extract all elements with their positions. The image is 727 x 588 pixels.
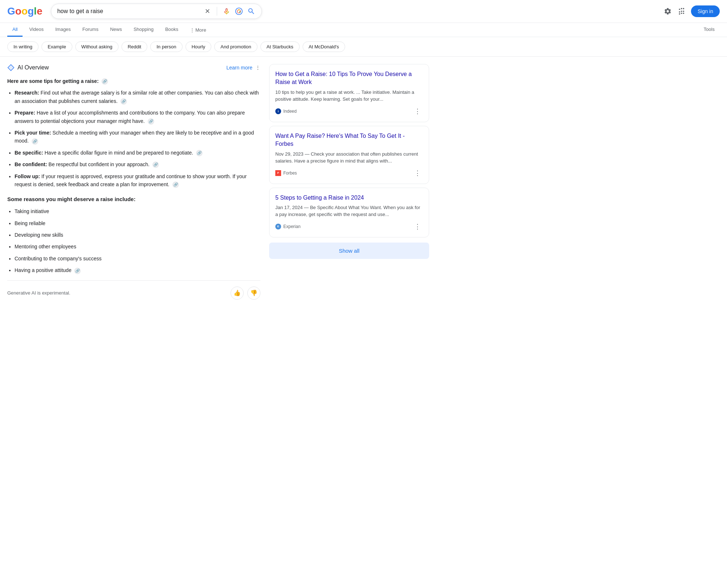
result-source-1: i Indeed ⋮: [275, 107, 423, 116]
apps-icon: [678, 7, 686, 15]
clear-icon: ✕: [205, 7, 210, 15]
result-menu-1[interactable]: ⋮: [412, 107, 423, 116]
reason-initiative: Taking initiative: [15, 207, 260, 215]
result-card-2: Want A Pay Raise? Here's What To Say To …: [269, 126, 429, 184]
more-label: More: [195, 27, 206, 33]
main-content: AI Overview Learn more ⋮ Here are some t…: [0, 57, 436, 305]
reason-attitude: Having a positive attitude 🔗: [15, 266, 260, 274]
link-icon-specific[interactable]: 🔗: [196, 150, 203, 156]
thumbs-down-icon: 👎: [250, 289, 257, 296]
tip-be-specific: Be specific: Have a specific dollar figu…: [15, 149, 260, 157]
tab-videos[interactable]: Videos: [24, 23, 49, 37]
link-icon-attitude[interactable]: 🔗: [74, 268, 81, 274]
chip-and-promotion[interactable]: And promotion: [214, 41, 257, 52]
result-title-3[interactable]: 5 Steps to Getting a Raise in 2024: [275, 194, 423, 202]
ai-diamond-icon: [7, 64, 15, 71]
result-title-1[interactable]: How to Get a Raise: 10 Tips To Prove You…: [275, 70, 423, 87]
search-icons: ✕: [203, 7, 256, 16]
sign-in-button[interactable]: Sign in: [691, 5, 720, 17]
more-dots-icon: ⋮: [255, 65, 260, 71]
search-input[interactable]: [57, 8, 199, 15]
thumbs-down-button[interactable]: 👎: [247, 287, 260, 300]
feedback-buttons: 👍 👎: [231, 287, 260, 300]
settings-button[interactable]: [663, 7, 672, 16]
result-snippet-2: Nov 29, 2023 — Check your association th…: [275, 151, 423, 165]
header: Google ✕: [0, 0, 727, 23]
link-icon-confident[interactable]: 🔗: [152, 161, 159, 168]
result-card-1: How to Get a Raise: 10 Tips To Prove You…: [269, 64, 429, 122]
ai-intro: Here are some tips for getting a raise: …: [7, 77, 260, 85]
reason-reliable: Being reliable: [15, 219, 260, 227]
ai-footer-text: Generative AI is experimental.: [7, 290, 70, 296]
tip-research: Research: Find out what the average sala…: [15, 89, 260, 105]
search-button[interactable]: [247, 7, 256, 16]
learn-more-text: Learn more: [226, 65, 252, 71]
result-snippet-3: Jan 17, 2024 — Be Specific About What Yo…: [275, 204, 423, 218]
tools-button[interactable]: Tools: [699, 23, 720, 37]
ai-overview-header: AI Overview Learn more ⋮: [7, 64, 260, 71]
link-icon-follow-up[interactable]: 🔗: [172, 181, 179, 188]
chip-hourly[interactable]: Hourly: [185, 41, 212, 52]
result-menu-3[interactable]: ⋮: [412, 222, 423, 231]
favicon-forbes: F: [275, 170, 281, 176]
ai-footer: Generative AI is experimental. 👍 👎: [7, 280, 260, 305]
favicon-indeed: i: [275, 108, 281, 114]
link-icon-prepare[interactable]: 🔗: [148, 118, 154, 125]
result-card-3: 5 Steps to Getting a Raise in 2024 Jan 1…: [269, 188, 429, 237]
result-menu-2[interactable]: ⋮: [412, 168, 423, 178]
tip-be-confident: Be confident: Be respectful but confiden…: [15, 160, 260, 168]
search-bar: ✕: [51, 4, 262, 19]
tab-forums[interactable]: Forums: [77, 23, 104, 37]
svg-marker-5: [8, 65, 14, 71]
apps-button[interactable]: [677, 7, 686, 16]
thumbs-up-icon: 👍: [233, 289, 241, 296]
chip-at-starbucks[interactable]: At Starbucks: [260, 41, 300, 52]
chip-in-person[interactable]: In person: [150, 41, 182, 52]
ai-overview: AI Overview Learn more ⋮ Here are some t…: [7, 64, 260, 305]
ai-title: AI Overview: [7, 64, 49, 71]
source-name-2: Forbes: [283, 171, 297, 176]
link-icon-intro[interactable]: 🔗: [101, 78, 108, 85]
gear-icon: [664, 7, 672, 15]
filter-chips: In writing Example Without asking Reddit…: [0, 37, 727, 57]
source-info-3: E Experian: [275, 224, 300, 229]
tip-prepare: Prepare: Have a list of your accomplishm…: [15, 109, 260, 125]
chip-reddit[interactable]: Reddit: [121, 41, 148, 52]
reasons-title: Some reasons you might deserve a raise i…: [7, 195, 260, 204]
header-right: Sign in: [663, 5, 720, 17]
side-panel: How to Get a Raise: 10 Tips To Prove You…: [269, 64, 429, 305]
source-name-3: Experian: [283, 224, 300, 229]
google-logo[interactable]: Google: [7, 5, 42, 17]
chip-example[interactable]: Example: [41, 41, 72, 52]
source-name-1: Indeed: [283, 109, 297, 114]
ai-content: Here are some tips for getting a raise: …: [7, 77, 260, 275]
link-icon-research[interactable]: 🔗: [120, 98, 127, 105]
ai-overview-title: AI Overview: [17, 64, 49, 71]
tab-news[interactable]: News: [105, 23, 127, 37]
more-button[interactable]: ⋮ More: [185, 23, 211, 37]
ai-learn-more[interactable]: Learn more ⋮: [226, 65, 260, 71]
chip-at-mcdonalds[interactable]: At McDonald's: [303, 41, 345, 52]
result-source-3: E Experian ⋮: [275, 222, 423, 231]
reason-mentoring: Mentoring other employees: [15, 243, 260, 251]
result-source-2: F Forbes ⋮: [275, 168, 423, 178]
tab-books[interactable]: Books: [160, 23, 183, 37]
show-all-button[interactable]: Show all: [269, 243, 429, 259]
result-title-2[interactable]: Want A Pay Raise? Here's What To Say To …: [275, 132, 423, 148]
thumbs-up-button[interactable]: 👍: [231, 287, 244, 300]
chip-without-asking[interactable]: Without asking: [75, 41, 119, 52]
chip-in-writing[interactable]: In writing: [7, 41, 39, 52]
reasons-list: Taking initiative Being reliable Develop…: [7, 207, 260, 274]
svg-point-0: [236, 8, 242, 15]
link-icon-pick-time[interactable]: 🔗: [32, 138, 38, 145]
svg-point-2: [239, 9, 240, 11]
voice-search-button[interactable]: [222, 7, 231, 16]
lens-button[interactable]: [235, 7, 243, 16]
tab-images[interactable]: Images: [50, 23, 76, 37]
microphone-icon: [223, 7, 231, 15]
clear-button[interactable]: ✕: [203, 7, 212, 16]
tab-all[interactable]: All: [7, 23, 23, 37]
tab-shopping[interactable]: Shopping: [128, 23, 159, 37]
ai-tips-list: Research: Find out what the average sala…: [7, 89, 260, 188]
source-info-1: i Indeed: [275, 108, 297, 114]
